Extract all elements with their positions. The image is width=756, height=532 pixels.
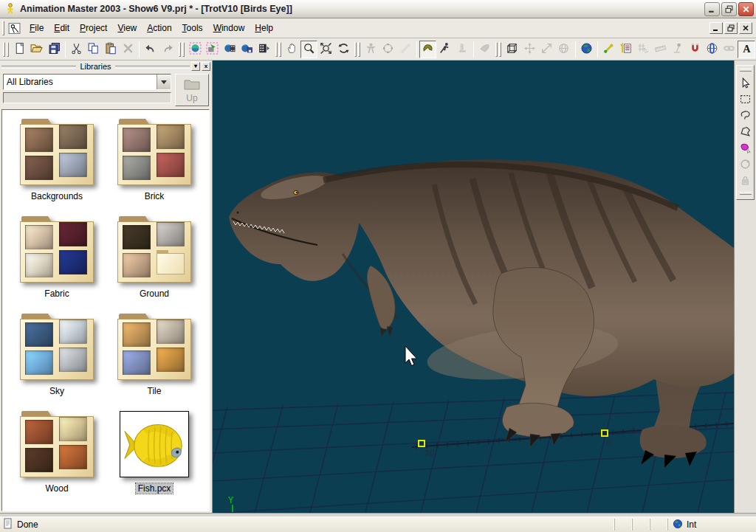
new-button[interactable] (11, 41, 28, 58)
y-axis-indicator: Y (228, 495, 234, 512)
folder-icon[interactable] (20, 314, 94, 380)
render-to-file-button[interactable] (238, 41, 255, 58)
library-item-fish-pcx[interactable]: Fish.pcx (106, 408, 203, 504)
mdi-restore-button[interactable] (724, 22, 738, 34)
joint-button[interactable] (600, 41, 617, 58)
cut-button[interactable] (68, 41, 85, 58)
world-button[interactable] (578, 41, 595, 58)
library-item-label[interactable]: Fabric (42, 289, 71, 299)
library-item-sky[interactable]: Sky (8, 311, 106, 407)
muscle-button[interactable] (419, 41, 436, 58)
up-button[interactable]: Up (175, 74, 209, 106)
open-button[interactable] (28, 41, 45, 58)
library-item-label[interactable]: Backgrounds (29, 191, 85, 201)
toolbar-grip[interactable] (178, 42, 185, 57)
status-page-icon (3, 518, 13, 531)
folder-icon[interactable] (117, 216, 191, 283)
patch-select-tool[interactable] (738, 139, 754, 156)
render-wireframe-button[interactable] (204, 41, 221, 58)
image-thumbnail[interactable] (120, 411, 189, 477)
magnet-button[interactable] (686, 41, 703, 58)
library-item-label[interactable]: Sky (47, 386, 66, 396)
document-icon[interactable] (8, 22, 21, 35)
pin-icon (671, 42, 684, 57)
mdi-minimize-button[interactable] (709, 22, 723, 34)
library-item-wood[interactable]: Wood (8, 408, 106, 504)
menu-action[interactable]: Action (142, 21, 176, 35)
zoom-to-fit-button[interactable] (317, 41, 334, 58)
toolbar-grip[interactable] (275, 42, 282, 57)
menu-edit[interactable]: Edit (49, 21, 75, 35)
mdi-close-button[interactable] (739, 22, 752, 34)
menu-window[interactable]: Window (208, 21, 250, 35)
library-item-label[interactable]: Fish.pcx (136, 483, 173, 494)
render-shaded-button[interactable] (187, 41, 204, 58)
marquee-tool[interactable] (738, 91, 754, 107)
paste-button[interactable] (103, 41, 120, 58)
folder-icon[interactable] (20, 216, 94, 283)
close-button[interactable] (738, 2, 754, 16)
lasso-tool[interactable] (738, 107, 754, 123)
poly-lasso-tool[interactable] (738, 123, 754, 139)
folder-icon[interactable] (20, 411, 94, 477)
library-item-label[interactable]: Brick (142, 191, 167, 201)
menu-file[interactable]: File (24, 21, 49, 35)
library-item-ground[interactable]: Ground (106, 213, 203, 309)
toolbar-separator (575, 41, 576, 58)
font-button[interactable]: A (738, 41, 755, 58)
turn-button[interactable] (335, 41, 352, 58)
trex-model[interactable] (229, 159, 734, 468)
undo-button[interactable] (142, 41, 159, 58)
library-item-tile[interactable]: Tile (106, 311, 203, 407)
folder-icon[interactable] (20, 119, 94, 185)
panel-rollup-button[interactable]: ▾ (191, 62, 200, 71)
menu-tools[interactable]: Tools (177, 21, 208, 35)
render-to-film-button[interactable] (221, 41, 238, 58)
folder-icon[interactable] (117, 314, 191, 380)
palette-grip[interactable] (740, 69, 752, 72)
library-filter-combo[interactable]: All Libraries (3, 74, 171, 90)
library-item-label[interactable]: Tile (145, 386, 164, 396)
library-item-brick[interactable]: Brick (106, 116, 203, 212)
library-item-label[interactable]: Wood (43, 483, 70, 494)
show-reel-icon (258, 42, 270, 57)
svg-text:20: 20 (425, 449, 435, 458)
menu-help[interactable]: Help (250, 21, 278, 35)
edit-model-button[interactable] (504, 41, 520, 58)
menu-grip[interactable] (2, 21, 4, 35)
texture-thumbnail (59, 417, 87, 441)
save-button[interactable] (46, 41, 63, 58)
libraries-header[interactable]: Libraries ▾ x (0, 61, 212, 72)
pan-button[interactable] (284, 41, 300, 58)
keyframe-button[interactable] (617, 41, 634, 58)
library-item-fabric[interactable]: Fabric (8, 213, 106, 309)
panel-close-button[interactable]: x (202, 62, 210, 71)
menu-project[interactable]: Project (75, 21, 112, 35)
skeletal-button[interactable] (436, 41, 453, 58)
menu-view[interactable]: View (112, 21, 142, 35)
toolbar-grip[interactable] (354, 42, 361, 57)
zoom-button[interactable] (300, 41, 317, 58)
select-tool[interactable] (738, 75, 754, 91)
birds-eye-viewport[interactable]: 20 0 Y (213, 61, 734, 513)
rotate-sphere-button[interactable] (704, 41, 721, 58)
snap-to-grid-icon (637, 42, 650, 57)
toolbar-grip[interactable] (495, 42, 502, 57)
render-to-film-icon (224, 42, 236, 57)
status-text: Done (17, 519, 38, 530)
viewport-canvas[interactable]: 20 0 Y (213, 61, 734, 513)
turn-icon (337, 42, 350, 57)
model-icon (382, 42, 394, 57)
copy-button[interactable] (85, 41, 102, 58)
combo-dropdown-button[interactable] (157, 75, 171, 89)
palette-grip[interactable] (740, 192, 752, 195)
folder-icon[interactable] (117, 119, 191, 185)
toolbar-separator (65, 41, 66, 58)
library-item-label[interactable]: Ground (137, 289, 171, 299)
redo-icon (162, 42, 174, 57)
show-reel-button[interactable] (255, 41, 272, 58)
restore-button[interactable] (721, 2, 737, 16)
minimize-button[interactable] (704, 2, 720, 16)
library-item-backgrounds[interactable]: Backgrounds (8, 116, 106, 212)
toolbar-grip[interactable] (2, 42, 10, 57)
